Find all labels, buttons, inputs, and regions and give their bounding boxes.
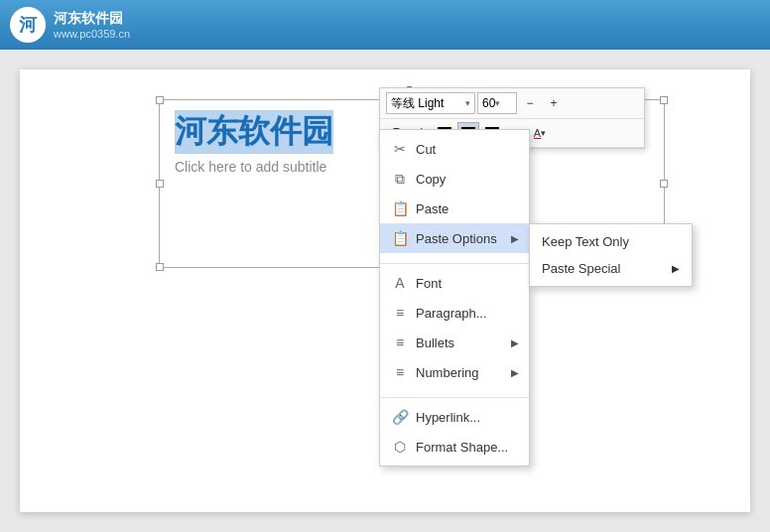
paste-options-arrow: ▶ [511, 233, 519, 244]
bullets-label: Bullets [416, 335, 454, 350]
handle-mid-right[interactable] [660, 180, 668, 188]
format-shape-label: Format Shape... [416, 440, 508, 455]
decrease-button[interactable]: − [519, 92, 541, 114]
menu-paragraph[interactable]: ≡ Paragraph... [380, 298, 529, 328]
paste-special-label: Paste Special [542, 261, 621, 276]
font-dropdown-icon: ▾ [465, 98, 470, 108]
hyperlink-icon: 🔗 [390, 407, 410, 427]
paste-icon: 📋 [390, 199, 410, 218]
menu-numbering[interactable]: ≡ Numbering ▶ [380, 357, 529, 387]
bullets-arrow: ▶ [511, 337, 519, 348]
site-url: www.pc0359.cn [54, 28, 130, 40]
copy-icon: ⧉ [390, 169, 410, 189]
submenu-paste-special[interactable]: Paste Special ▶ [530, 255, 692, 282]
paste-label: Paste [416, 201, 449, 216]
context-menu: ✂ Cut ⧉ Copy 📋 Paste 📋 Paste Options ▶ A… [379, 129, 530, 466]
menu-bullets[interactable]: ≡ Bullets ▶ [380, 328, 529, 357]
paste-options-label: Paste Options [416, 231, 497, 246]
numbering-icon: ≡ [390, 362, 410, 382]
paragraph-label: Paragraph... [416, 306, 487, 321]
numbering-label: Numbering [416, 365, 479, 380]
keep-text-only-label: Keep Text Only [542, 234, 629, 249]
header-bar: 河 河东软件园 www.pc0359.cn [0, 0, 770, 50]
handle-top-right[interactable] [660, 96, 668, 104]
format-shape-icon: ⬡ [390, 437, 410, 457]
handle-bot-left[interactable] [156, 263, 164, 271]
paste-special-arrow: ▶ [672, 263, 680, 274]
menu-format-shape[interactable]: ⬡ Format Shape... [380, 432, 529, 462]
menu-paste[interactable]: 📋 Paste [380, 194, 529, 223]
font-name-selector[interactable]: 等线 Light ▾ [386, 92, 475, 114]
bullets-icon: ≡ [390, 332, 410, 352]
site-name: 河东软件园 [54, 10, 130, 28]
submenu-keep-text-only[interactable]: Keep Text Only [530, 228, 692, 255]
logo-icon: 河 [10, 7, 46, 43]
menu-cut[interactable]: ✂ Cut [380, 134, 529, 164]
paste-submenu: Keep Text Only Paste Special ▶ [529, 223, 693, 287]
increase-button[interactable]: + [543, 92, 565, 114]
slide-canvas: ↻ 河东软件园 Click here to add subtitle 等线 Li… [20, 69, 750, 512]
numbering-arrow: ▶ [511, 367, 519, 378]
font-color-button[interactable]: A ▾ [529, 122, 551, 144]
font-size-label: 60 [482, 96, 495, 110]
menu-paste-options[interactable]: 📋 Paste Options ▶ [380, 223, 529, 253]
font-icon: A [390, 273, 410, 293]
cut-label: Cut [416, 142, 436, 157]
paste-options-icon: 📋 [390, 228, 410, 248]
paragraph-icon: ≡ [390, 303, 410, 323]
handle-mid-left[interactable] [156, 180, 164, 188]
cut-icon: ✂ [390, 139, 410, 159]
toolbar-row-font: 等线 Light ▾ 60 ▾ − + [380, 88, 644, 119]
size-dropdown-icon: ▾ [495, 98, 500, 108]
handle-top-left[interactable] [156, 96, 164, 104]
menu-copy[interactable]: ⧉ Copy [380, 164, 529, 194]
menu-font[interactable]: A Font [380, 263, 529, 298]
slide-area: ↻ 河东软件园 Click here to add subtitle 等线 Li… [0, 50, 770, 532]
font-name-label: 等线 Light [391, 95, 444, 112]
copy-label: Copy [416, 172, 446, 187]
hyperlink-label: Hyperlink... [416, 410, 480, 425]
font-size-selector[interactable]: 60 ▾ [477, 92, 517, 114]
main-text: 河东软件园 [175, 110, 333, 154]
font-label: Font [416, 276, 442, 291]
menu-hyperlink[interactable]: 🔗 Hyperlink... [380, 397, 529, 432]
